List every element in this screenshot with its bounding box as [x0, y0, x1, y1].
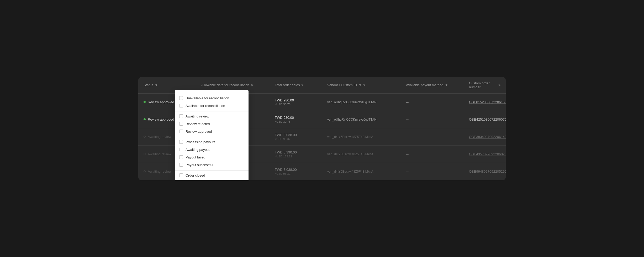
status-label: Review approved [148, 117, 174, 121]
filter-label-1-1: Review rejected [186, 122, 210, 126]
order-number-link[interactable]: OBE99480270922052907 [469, 169, 506, 173]
filter-checkbox-1-1[interactable] [179, 122, 183, 126]
amount-secondary: ≈USD 95.32 [275, 172, 317, 175]
amount-primary: TWD 3,038.00 [275, 133, 317, 137]
filter-item-2-0[interactable]: Processing payouts [175, 138, 249, 146]
filter-item-1-2[interactable]: Review approved [175, 128, 249, 135]
filter-checkbox-2-1[interactable] [179, 148, 183, 151]
dropdown-section-3: Order closed [175, 172, 249, 180]
th-order-label: Custom order number [469, 81, 497, 89]
dropdown-section-2: Processing payouts Awaiting payout Payou… [175, 138, 249, 171]
amount-cell: TWD 5,390.00 ≈USD 169.12 [270, 146, 322, 163]
payout-method-cell: --- [401, 147, 464, 161]
payout-filter-icon[interactable]: ▼ [445, 83, 448, 87]
order-number-link[interactable]: OBE81520300722061601 [469, 100, 506, 104]
amount-secondary: ≈USD 169.12 [275, 155, 317, 158]
status-filter-icon[interactable]: ▼ [155, 83, 158, 87]
amount-cell: TWD 3,038.00 ≈USD 95.32 [270, 128, 322, 145]
filter-item-1-1[interactable]: Review rejected [175, 120, 249, 128]
filter-checkbox-1-0[interactable] [179, 114, 183, 118]
payout-method-value: --- [406, 117, 409, 121]
payout-method-value: --- [406, 152, 409, 156]
th-sales-label: Total order sales [275, 83, 300, 87]
filter-item-2-1[interactable]: Awaiting payout [175, 146, 249, 153]
amount-primary: TWD 980.00 [275, 116, 317, 120]
payout-method-value: --- [406, 135, 409, 139]
sales-sort-icon[interactable]: ⇅ [301, 84, 303, 86]
payout-method-cell: --- [401, 165, 464, 178]
filter-dropdown: Unavailable for reconciliation Available… [175, 90, 249, 180]
amount-secondary: ≈USD 95.32 [275, 137, 317, 141]
filter-item-0-0[interactable]: Unavailable for reconciliation [175, 94, 249, 102]
th-payout: Available payout method ▼ [401, 77, 464, 93]
order-sort-icon[interactable]: ⇅ [498, 84, 500, 86]
status-dot-approved [144, 118, 146, 120]
vendor-id: ven_d4tY6BsxtwI48Z5F4BiMknA [327, 135, 373, 139]
status-dot-approved [144, 101, 146, 103]
payout-method-cell: --- [401, 130, 464, 143]
th-vendor-label: Vendor / Custom ID [327, 83, 357, 87]
amount-secondary: ≈USD 30.75 [275, 103, 317, 106]
filter-checkbox-2-0[interactable] [179, 140, 183, 144]
filter-checkbox-0-0[interactable] [179, 96, 183, 100]
vendor-cell: ven_oUhgRvlCCCKmrsyz0gJTTAN [322, 95, 401, 109]
vendor-cell: ven_d4tY6BsxtwI48Z5F4BiMknA [322, 147, 401, 161]
filter-label-0-1: Available for reconciliation [186, 104, 225, 108]
order-number-cell: OBE42510300722060701 [464, 113, 506, 126]
vendor-cell: ven_d4tY6BsxtwI48Z5F4BiMknA [322, 130, 401, 143]
order-number-cell: OBE81520300722061601 [464, 95, 506, 109]
filter-checkbox-0-1[interactable] [179, 104, 183, 107]
screen-wrapper: Status ▼ Allowable date for reconciliati… [138, 77, 506, 180]
date-sort-icon[interactable]: ⇅ [251, 84, 253, 86]
payout-method-value: --- [406, 169, 409, 173]
filter-checkbox-2-3[interactable] [179, 163, 183, 167]
th-date-label: Allowable date for reconciliation [201, 83, 249, 87]
th-payout-label: Available payout method [406, 83, 443, 87]
filter-item-1-0[interactable]: Awaiting review [175, 112, 249, 120]
filter-checkbox-1-2[interactable] [179, 130, 183, 133]
status-label: Awaiting review [148, 135, 171, 139]
vendor-sort-icon[interactable]: ⇅ [363, 84, 365, 86]
filter-label-1-0: Awaiting review [186, 114, 209, 118]
vendor-cell: ven_d4tY6BsxtwI48Z5F4BiMknA [322, 165, 401, 178]
payout-method-value: --- [406, 100, 409, 104]
amount-cell: TWD 3,038.00 ≈USD 95.32 [270, 163, 322, 180]
filter-label-0-0: Unavailable for reconciliation [186, 96, 229, 100]
filter-label-3-0: Order closed [186, 173, 205, 177]
filter-label-2-0: Processing payouts [186, 140, 215, 144]
order-number-link[interactable]: OBE42510300722060701 [469, 117, 506, 121]
filter-checkbox-2-2[interactable] [179, 155, 183, 159]
filter-label-2-1: Awaiting payout [186, 148, 210, 152]
dropdown-section-0: Unavailable for reconciliation Available… [175, 94, 249, 111]
status-label: Review approved [148, 100, 174, 104]
status-dot-awaiting [144, 136, 146, 138]
order-number-cell: OBE43570270922060206 [464, 147, 506, 161]
filter-item-2-2[interactable]: Payout failed [175, 153, 249, 161]
vendor-filter-icon[interactable]: ▼ [358, 83, 362, 87]
vendor-id: ven_d4tY6BsxtwI48Z5F4BiMknA [327, 152, 373, 156]
th-vendor: Vendor / Custom ID ▼ ⇅ [322, 77, 401, 93]
filter-item-0-1[interactable]: Available for reconciliation [175, 102, 249, 110]
status-label: Awaiting review [148, 169, 171, 173]
amount-primary: TWD 3,038.00 [275, 168, 317, 172]
vendor-id: ven_oUhgRvlCCCKmrsyz0gJTTAN [327, 100, 377, 104]
status-dot-awaiting [144, 153, 146, 155]
amount-cell: TWD 980.00 ≈USD 30.75 [270, 111, 322, 128]
order-number-link[interactable]: OBE38340270922061404 [469, 135, 506, 139]
amount-primary: TWD 5,390.00 [275, 150, 317, 154]
filter-label-2-2: Payout failed [186, 155, 205, 159]
th-status-label: Status [144, 83, 153, 87]
filter-label-2-3: Payout successful [186, 163, 213, 167]
dropdown-section-1: Awaiting review Review rejected Review a… [175, 112, 249, 137]
filter-checkbox-3-0[interactable] [179, 173, 183, 177]
filter-item-3-0[interactable]: Order closed [175, 172, 249, 179]
filter-item-2-3[interactable]: Payout successful [175, 161, 249, 169]
vendor-id: ven_d4tY6BsxtwI48Z5F4BiMknA [327, 170, 373, 173]
order-number-cell: OBE38340270922061404 [464, 130, 506, 143]
status-label: Awaiting review [148, 152, 171, 156]
th-order: Custom order number ⇅ [464, 77, 506, 93]
amount-primary: TWD 980.00 [275, 98, 317, 102]
order-number-link[interactable]: OBE43570270922060206 [469, 152, 506, 156]
amount-cell: TWD 980.00 ≈USD 30.75 [270, 94, 322, 111]
payout-method-cell: --- [401, 95, 464, 109]
